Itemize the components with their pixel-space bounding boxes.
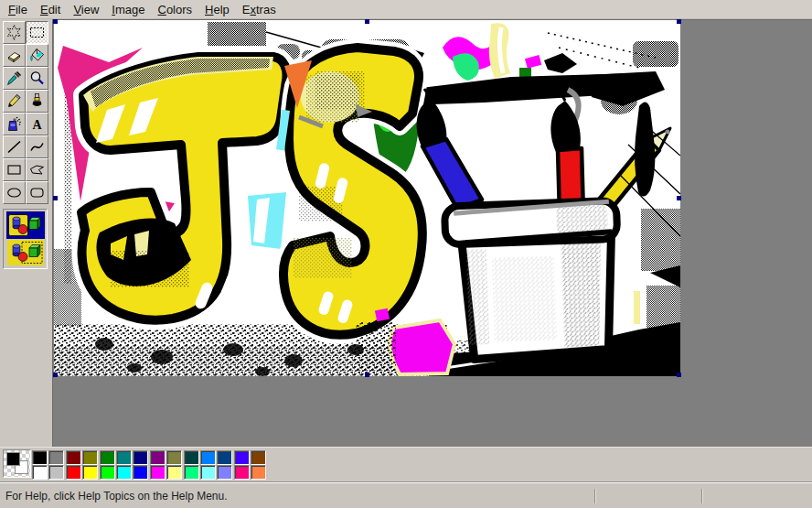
palette-color-0-6[interactable] bbox=[133, 450, 148, 465]
palette-color-0-13[interactable] bbox=[251, 450, 266, 465]
tool-ellipse[interactable] bbox=[3, 181, 26, 204]
tool-rectangle[interactable] bbox=[3, 158, 26, 181]
curve-icon bbox=[28, 138, 46, 156]
tool-curve[interactable] bbox=[26, 135, 48, 158]
line-icon bbox=[5, 138, 23, 156]
letter-s bbox=[283, 48, 422, 335]
tool-brush[interactable] bbox=[26, 90, 48, 113]
status-separator bbox=[701, 489, 702, 503]
menu-image[interactable]: Image bbox=[105, 2, 151, 17]
option-selection-transparent[interactable] bbox=[7, 240, 44, 265]
paint-app: FileEditViewImageColorsHelpExtras A bbox=[0, 0, 812, 508]
menu-colors[interactable]: Colors bbox=[151, 2, 198, 17]
tool-rounded-rectangle[interactable] bbox=[26, 181, 48, 204]
selection-handle-bottom-right[interactable] bbox=[677, 373, 681, 377]
fill-with-color-icon bbox=[28, 47, 46, 64]
tool-free-form-select[interactable] bbox=[3, 21, 26, 44]
palette-color-1-4[interactable] bbox=[100, 465, 115, 480]
palette-color-0-3[interactable] bbox=[82, 450, 98, 465]
palette-color-1-8[interactable] bbox=[166, 465, 182, 480]
selection-handle-top-left[interactable] bbox=[53, 19, 58, 24]
pencil-icon bbox=[5, 92, 23, 110]
palette-color-0-10[interactable] bbox=[200, 450, 216, 465]
palette-color-1-11[interactable] bbox=[217, 465, 232, 480]
menu-help[interactable]: Help bbox=[198, 2, 236, 17]
palette-color-1-5[interactable] bbox=[116, 465, 132, 480]
selection-handle-top-middle[interactable] bbox=[365, 19, 369, 24]
canvas[interactable] bbox=[54, 20, 680, 376]
selection-handle-middle-right[interactable] bbox=[677, 196, 681, 200]
menu-bar: FileEditViewImageColorsHelpExtras bbox=[0, 0, 812, 19]
color-box bbox=[0, 447, 812, 481]
workspace bbox=[52, 19, 812, 447]
selection-handle-middle-left[interactable] bbox=[53, 196, 58, 200]
tool-pencil[interactable] bbox=[3, 90, 26, 113]
selection-opaque-icon bbox=[7, 212, 44, 238]
rectangle-icon bbox=[5, 161, 23, 178]
status-help-text: For Help, click Help Topics on the Help … bbox=[5, 490, 228, 503]
tool-box: A bbox=[0, 19, 52, 447]
menu-extras[interactable]: Extras bbox=[236, 2, 283, 17]
palette-color-1-12[interactable] bbox=[234, 465, 250, 480]
palette-color-1-0[interactable] bbox=[32, 465, 48, 480]
free-form-select-icon bbox=[5, 24, 23, 41]
menu-edit[interactable]: Edit bbox=[34, 2, 67, 17]
palette-color-0-4[interactable] bbox=[100, 450, 115, 465]
tool-magnifier[interactable] bbox=[26, 67, 48, 90]
status-separator bbox=[594, 489, 595, 503]
palette-color-0-5[interactable] bbox=[116, 450, 132, 465]
palette-color-1-1[interactable] bbox=[48, 465, 64, 480]
tool-airbrush[interactable] bbox=[3, 113, 26, 135]
selection-handle-bottom-middle[interactable] bbox=[365, 373, 369, 377]
rounded-rectangle-icon bbox=[28, 184, 46, 201]
magnifier-icon bbox=[28, 70, 46, 87]
palette-color-0-1[interactable] bbox=[48, 450, 64, 465]
palette-color-1-3[interactable] bbox=[82, 465, 98, 480]
palette-color-0-12[interactable] bbox=[234, 450, 250, 465]
text-icon: A bbox=[28, 115, 46, 133]
palette-color-1-2[interactable] bbox=[66, 465, 81, 480]
selection-handle-bottom-left[interactable] bbox=[53, 373, 58, 377]
palette-color-1-10[interactable] bbox=[200, 465, 216, 480]
tool-line[interactable] bbox=[3, 135, 26, 158]
tool-eraser[interactable] bbox=[3, 44, 26, 67]
palette-color-1-7[interactable] bbox=[150, 465, 166, 480]
menu-file[interactable]: File bbox=[2, 2, 34, 17]
brush-icon bbox=[28, 92, 46, 110]
tool-text[interactable]: A bbox=[26, 113, 48, 135]
tool-select[interactable] bbox=[26, 21, 48, 44]
palette-color-1-9[interactable] bbox=[184, 465, 199, 480]
palette-color-0-0[interactable] bbox=[32, 450, 48, 465]
tool-options-panel bbox=[3, 209, 48, 269]
palette-color-0-7[interactable] bbox=[150, 450, 166, 465]
tool-pick-color[interactable] bbox=[3, 67, 26, 90]
palette-color-0-2[interactable] bbox=[66, 450, 81, 465]
selection-transparent-icon bbox=[7, 240, 44, 265]
tool-fill-with-color[interactable] bbox=[26, 44, 48, 67]
palette-color-0-11[interactable] bbox=[217, 450, 232, 465]
airbrush-icon bbox=[5, 115, 23, 133]
status-bar: For Help, click Help Topics on the Help … bbox=[0, 481, 812, 508]
palette-color-0-8[interactable] bbox=[166, 450, 182, 465]
palette-color-1-6[interactable] bbox=[133, 465, 148, 480]
ellipse-icon bbox=[5, 184, 23, 201]
palette-color-1-13[interactable] bbox=[251, 465, 266, 480]
pick-color-icon bbox=[5, 70, 23, 87]
tool-polygon[interactable] bbox=[26, 158, 48, 181]
foreground-color-swatch[interactable] bbox=[6, 452, 20, 466]
palette-color-0-9[interactable] bbox=[184, 450, 199, 465]
polygon-icon bbox=[28, 161, 46, 178]
canvas-artwork bbox=[54, 20, 680, 376]
eraser-icon bbox=[5, 47, 23, 64]
select-icon bbox=[28, 24, 46, 41]
svg-text:A: A bbox=[32, 118, 42, 132]
selection-handle-top-right[interactable] bbox=[677, 19, 681, 24]
option-selection-opaque[interactable] bbox=[7, 212, 44, 238]
current-colors-indicator[interactable] bbox=[3, 449, 31, 478]
menu-view[interactable]: View bbox=[67, 2, 105, 17]
